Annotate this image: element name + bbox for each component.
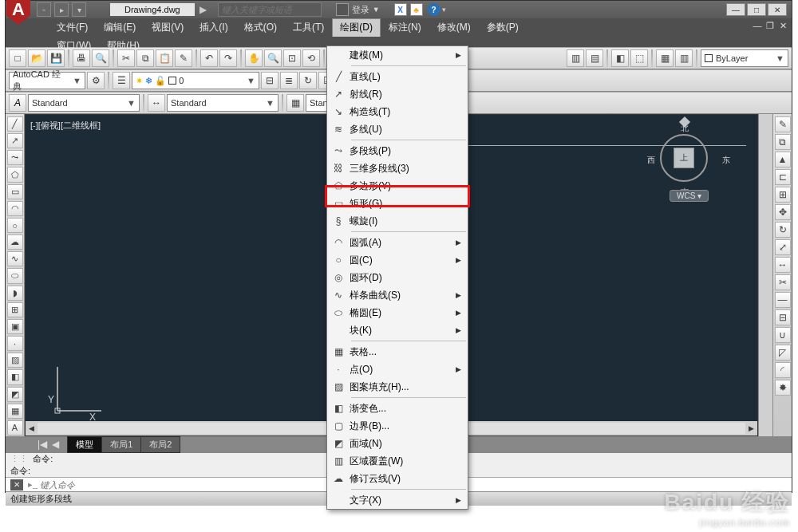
line-icon[interactable]: ╱ — [7, 116, 23, 132]
qat-new-icon[interactable]: ▫ — [37, 2, 51, 17]
menu-item[interactable]: ⬭椭圆(E)▶ — [327, 304, 468, 321]
cut-icon[interactable]: ✂ — [117, 49, 135, 67]
tbtn-e-icon[interactable]: ▦ — [656, 49, 674, 67]
help-icon[interactable]: ? — [428, 3, 440, 16]
menu-item[interactable]: ▨图案填充(H)... — [327, 378, 468, 396]
maximize-button[interactable]: □ — [747, 3, 766, 16]
search-input[interactable] — [218, 2, 322, 17]
move-icon[interactable]: ✥ — [775, 204, 791, 220]
pan-icon[interactable]: ✋ — [245, 49, 263, 67]
insert-icon[interactable]: ⊞ — [7, 302, 23, 317]
table-icon[interactable]: ▦ — [7, 404, 23, 419]
text-style-combo[interactable]: Standard▼ — [28, 94, 140, 112]
tab-layout2[interactable]: 布局2 — [140, 436, 180, 453]
hatch-icon[interactable]: ▨ — [7, 353, 23, 368]
tbtn-d-icon[interactable]: ⬚ — [630, 49, 648, 67]
menu-insert[interactable]: 插入(I) — [192, 18, 235, 37]
menu-dimension[interactable]: 标注(N) — [381, 18, 429, 37]
polygon-icon[interactable]: ⬠ — [7, 167, 23, 182]
tab-nav-prev-icon[interactable]: ◀ — [52, 439, 59, 450]
erase-icon[interactable]: ✎ — [775, 116, 791, 132]
tab-model[interactable]: 模型 — [67, 436, 102, 453]
scroll-left-icon[interactable]: ◀ — [26, 424, 38, 432]
menu-item[interactable]: §螺旋(I) — [327, 212, 468, 230]
preview-icon[interactable]: 🔍 — [92, 49, 109, 67]
cmd-close-icon[interactable]: ✕ — [10, 479, 23, 491]
dim-style-icon[interactable]: ↔ — [148, 94, 165, 112]
dim-style-combo[interactable]: Standard▼ — [167, 94, 279, 112]
ellipsearc-icon[interactable]: ◗ — [7, 286, 23, 301]
exchange-x-icon[interactable]: X — [394, 3, 407, 16]
menu-item[interactable]: ▢边界(B)... — [327, 417, 468, 435]
signin-button[interactable]: 登录 ▼ — [336, 3, 380, 16]
menu-item[interactable]: ◩面域(N) — [327, 435, 468, 452]
minimize-button[interactable]: — — [726, 3, 745, 16]
menu-item[interactable]: ▭矩形(G) — [327, 195, 468, 212]
ws-gear-icon[interactable]: ⚙ — [87, 72, 105, 89]
join-icon[interactable]: ∪ — [775, 327, 791, 343]
workspace-combo[interactable]: AutoCAD 经典▼ — [9, 72, 85, 89]
menu-item[interactable]: 文字(X)▶ — [327, 491, 468, 509]
menu-param[interactable]: 参数(P) — [479, 18, 527, 37]
mirror-icon[interactable]: ▲ — [775, 152, 791, 167]
layer-icon1[interactable]: ⊟ — [261, 72, 279, 89]
zoom-prev-icon[interactable]: ⟲ — [302, 49, 320, 67]
menu-item[interactable]: ≋多线(U) — [327, 120, 468, 138]
mdi-minimize-icon[interactable]: — — [752, 20, 763, 31]
title-arrow-icon[interactable]: ▶ — [195, 4, 211, 15]
mdi-restore-icon[interactable]: ❐ — [764, 20, 776, 31]
point-icon[interactable]: · — [7, 336, 23, 351]
layer-combo[interactable]: ✷ ❄ 🔓 0▼ — [132, 72, 259, 89]
pline-icon[interactable]: ⤳ — [7, 150, 23, 165]
menu-item[interactable]: ☁修订云线(V) — [327, 470, 468, 487]
chamfer-icon[interactable]: ◸ — [775, 345, 791, 361]
bylayer-combo[interactable]: ByLayer▼ — [701, 49, 788, 67]
qat-dropdown-icon[interactable]: ▾ — [72, 2, 86, 17]
menu-item[interactable]: 块(K)▶ — [327, 321, 468, 339]
menu-item[interactable]: ◠圆弧(A)▶ — [327, 234, 468, 251]
undo-icon[interactable]: ↶ — [200, 49, 218, 67]
menu-item[interactable]: ◎圆环(D) — [327, 269, 468, 286]
menu-draw[interactable]: 绘图(D) — [332, 18, 381, 37]
layer-icon3[interactable]: ↻ — [299, 72, 317, 89]
rect-icon[interactable]: ▭ — [7, 184, 23, 199]
vertical-scrollbar[interactable] — [758, 114, 772, 436]
menu-item[interactable]: ·点(O)▶ — [327, 361, 468, 378]
menu-file[interactable]: 文件(F) — [49, 18, 96, 37]
menu-item[interactable]: 建模(M)▶ — [327, 46, 468, 64]
redo-icon[interactable]: ↷ — [219, 49, 237, 67]
menu-format[interactable]: 格式(O) — [236, 18, 285, 37]
menu-item[interactable]: ⤳多段线(P) — [327, 142, 468, 160]
layer-icon2[interactable]: ≣ — [280, 72, 298, 89]
menu-item[interactable]: ○圆(C)▶ — [327, 251, 468, 269]
menu-item[interactable]: ∿样条曲线(S)▶ — [327, 286, 468, 304]
tab-layout1[interactable]: 布局1 — [101, 436, 141, 453]
exchange-s-icon[interactable]: ♣ — [410, 3, 423, 16]
tbtn-f-icon[interactable]: ▥ — [675, 49, 693, 67]
menu-item[interactable]: ⬠多边形(Y) — [327, 177, 468, 195]
mtext-icon[interactable]: A — [7, 420, 23, 435]
cmd-chevron-icon[interactable]: ▸_ — [28, 479, 38, 490]
menu-modify[interactable]: 修改(M) — [429, 18, 479, 37]
fillet-icon[interactable]: ◜ — [775, 362, 791, 378]
cube-face[interactable]: 上 — [674, 148, 694, 168]
menu-tools[interactable]: 工具(T) — [285, 18, 332, 37]
qat-open-icon[interactable]: ▸ — [54, 2, 69, 17]
gradient-icon[interactable]: ◧ — [7, 369, 23, 384]
mdi-close-icon[interactable]: ✕ — [777, 20, 788, 31]
xline-icon[interactable]: ↗ — [7, 133, 23, 148]
spline-icon[interactable]: ∿ — [7, 251, 23, 266]
block-icon[interactable]: ▣ — [7, 319, 23, 334]
tbtn-c-icon[interactable]: ◧ — [611, 49, 629, 67]
menu-item[interactable]: ↗射线(R) — [327, 85, 468, 103]
region-icon[interactable]: ◩ — [7, 387, 23, 402]
paste-icon[interactable]: 📋 — [156, 49, 173, 67]
menu-item[interactable]: ⛓三维多段线(3) — [327, 160, 468, 177]
revcloud-icon[interactable]: ☁ — [7, 234, 23, 250]
text-style-icon[interactable]: A — [9, 94, 26, 112]
tbtn-a-icon[interactable]: ▥ — [567, 49, 584, 67]
open-icon[interactable]: 📂 — [28, 49, 45, 67]
tab-nav-first-icon[interactable]: |◀ — [38, 439, 47, 450]
cmd-grip-icon[interactable]: ⋮⋮ — [10, 454, 28, 464]
menu-item[interactable]: ▥区域覆盖(W) — [327, 452, 468, 470]
